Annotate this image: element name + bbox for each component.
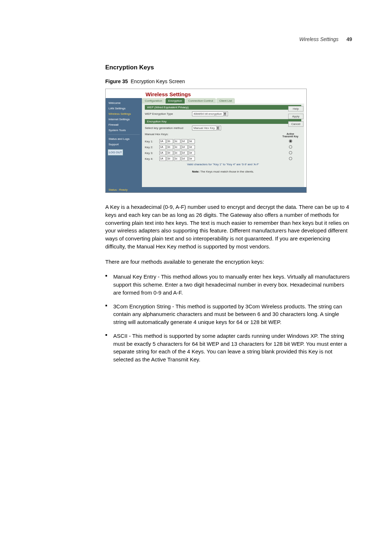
key1-box[interactable]: 1d [181, 139, 188, 143]
valid-chars-note: Valid characters for "Key 1" to "Key 4" … [145, 162, 301, 167]
key4-box[interactable]: 1e [188, 157, 195, 161]
tab-client-list[interactable]: Client List [216, 98, 235, 104]
key-row-4: Key 4: 1A 1b 1c 1d 1e [145, 156, 301, 162]
enc-key-heading: Encryption Key [145, 119, 301, 124]
key3-box[interactable]: 1c [174, 151, 180, 155]
section-title: Encryption Keys [105, 64, 352, 71]
page-header: Wireless Settings 49 [40, 36, 352, 42]
bullet-ascii: ASCII - This method is supported by some… [105, 332, 352, 364]
chevron-down-icon: ▼ [223, 112, 226, 116]
key3-box[interactable]: 1A [159, 151, 166, 155]
status-bar: Status : Ready [106, 187, 306, 193]
chevron-down-icon: ▼ [216, 126, 220, 130]
sidebar-item-system[interactable]: System Tools [108, 127, 140, 133]
tab-encryption[interactable]: Encryption [166, 98, 185, 104]
match-note-text: The Keys must match those in the clients… [200, 170, 254, 173]
key4-box[interactable]: 1A [159, 157, 166, 161]
key1-label: Key 1: [145, 140, 159, 143]
body-para-2: There are four methods available to gene… [105, 258, 352, 266]
ss-panel: WEP (Wired Equivalent Privacy) WEP Encry… [142, 104, 304, 187]
key1-box[interactable]: 1A [159, 139, 166, 143]
key2-box[interactable]: 1d [181, 145, 188, 149]
key-method-label: Select key generation method [145, 126, 192, 130]
key2-radio[interactable] [289, 145, 292, 149]
wep-section-heading: WEP (Wired Equivalent Privacy) [145, 105, 301, 110]
key4-box[interactable]: 1c [174, 157, 180, 161]
key3-box[interactable]: 1e [188, 151, 195, 155]
sidebar-item-support[interactable]: Support [108, 142, 140, 147]
figure-label: Figure 35 [105, 78, 128, 84]
key-row-3: Key 3: 1A 1b 1c 1d 1e [145, 150, 301, 156]
key2-box[interactable]: 1c [174, 145, 180, 149]
key1-box[interactable]: 1c [174, 139, 180, 143]
match-note: Note: The Keys must match those in the c… [145, 167, 301, 184]
bullet-3com: 3Com Encryption String - This method is … [105, 303, 352, 326]
key2-box[interactable]: 1e [188, 145, 195, 149]
manual-hex-label: Manual Hex Keys: [145, 133, 168, 138]
sidebar-item-status[interactable]: Status and Logs [108, 136, 140, 142]
ss-action-buttons: Help Apply Cancel [288, 106, 303, 127]
match-note-label: Note: [192, 170, 199, 173]
ss-sidebar: Welcome LAN Settings Wireless Settings I… [106, 98, 142, 187]
wep-type-label: WEP Encryption Type [145, 112, 192, 116]
key4-label: Key 4: [145, 157, 159, 161]
key2-box[interactable]: 1b [167, 145, 173, 149]
tab-configuration[interactable]: Configuration [142, 98, 165, 104]
key1-radio[interactable] [289, 139, 292, 143]
wep-type-select[interactable]: 40bit/64 bit encryption ▼ [192, 112, 228, 116]
apply-button[interactable]: Apply [288, 114, 303, 119]
key2-box[interactable]: 1A [159, 145, 166, 149]
page-number: 49 [346, 36, 352, 42]
key1-box[interactable]: 1e [188, 139, 195, 143]
sidebar-item-internet[interactable]: Internet Settings [108, 117, 140, 122]
key-method-select[interactable]: Manual Hex Key ▼ [192, 126, 221, 130]
sidebar-item-welcome[interactable]: Welcome [108, 100, 140, 106]
key3-label: Key 3: [145, 151, 159, 155]
cancel-button[interactable]: Cancel [288, 121, 303, 127]
header-label: Wireless Settings [299, 36, 339, 42]
key3-box[interactable]: 1b [167, 151, 173, 155]
sidebar-item-lan[interactable]: LAN Settings [108, 106, 140, 111]
key-row-2: Key 2: 1A 1b 1c 1d 1e [145, 144, 301, 150]
body-para-1: A Key is a hexadecimal (0-9, A-F) number… [105, 203, 352, 251]
key4-radio[interactable] [289, 157, 292, 160]
ss-tabs: Configuration Encryption Connection Cont… [142, 98, 304, 104]
tab-connection-control[interactable]: Connection Control [185, 98, 216, 104]
bullet-list: Manual Key Entry - This method allows yo… [105, 273, 352, 364]
help-button[interactable]: Help [288, 106, 303, 112]
figure-title: Encryption Keys Screen [131, 78, 185, 84]
key-method-value: Manual Hex Key [193, 126, 215, 130]
figure-caption: Figure 35 Encryption Keys Screen [105, 78, 352, 84]
sidebar-item-wireless[interactable]: Wireless Settings [108, 111, 140, 117]
screenshot-figure: Wireless Settings Welcome LAN Settings W… [105, 89, 307, 193]
key-row-1: Key 1: 1A 1b 1c 1d 1e [145, 138, 301, 144]
bullet-manual-key: Manual Key Entry - This method allows yo… [105, 273, 352, 296]
key3-radio[interactable] [289, 151, 292, 154]
key3-box[interactable]: 1d [181, 151, 188, 155]
ss-window-title: Wireless Settings [146, 91, 303, 97]
logout-button[interactable]: LOG OUT [108, 149, 123, 155]
key4-box[interactable]: 1d [181, 157, 188, 161]
active-transmit-label: ActiveTransmit Key [279, 133, 301, 138]
key4-box[interactable]: 1b [167, 157, 173, 161]
key2-label: Key 2: [145, 146, 159, 149]
key1-box[interactable]: 1b [167, 139, 173, 143]
wep-type-value: 40bit/64 bit encryption [193, 112, 222, 116]
sidebar-item-firewall[interactable]: Firewall [108, 122, 140, 127]
